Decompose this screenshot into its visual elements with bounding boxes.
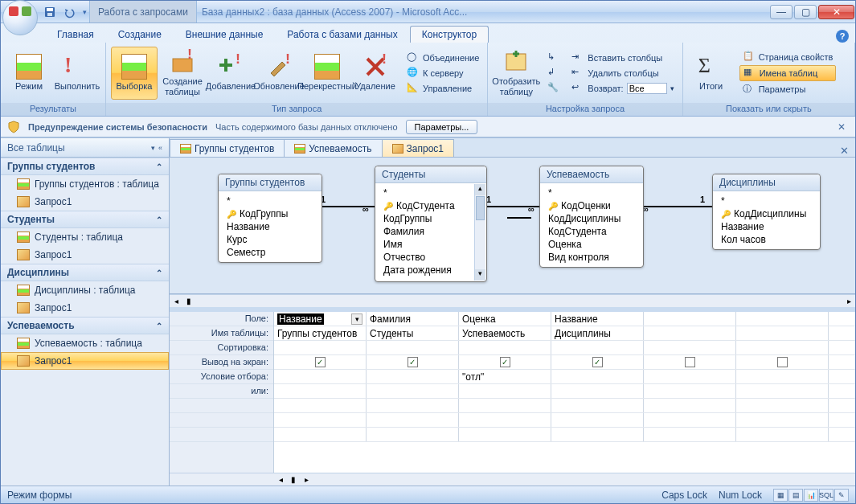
chevron-up-icon[interactable]: ⌃ [156, 322, 162, 330]
grid-cell[interactable] [551, 384, 644, 398]
table-field[interactable]: Имя [383, 238, 478, 251]
diagram-pane[interactable]: 1 ∞ 1 ∞ 1 ∞ Группы студентов*🔑КодГруппыН… [170, 158, 855, 294]
qat-save-button[interactable] [41, 3, 59, 21]
nav-item-table[interactable]: Студенты : таблица [1, 228, 169, 246]
tab-external[interactable]: Внешние данные [174, 26, 276, 43]
update-button[interactable]: ! Обновление [256, 47, 302, 100]
view-sql-button[interactable]: SQL [819, 489, 833, 502]
grid-cell[interactable] [367, 384, 459, 398]
table-field[interactable]: Название [721, 220, 812, 233]
grid-cell[interactable] [367, 399, 459, 412]
table-v-scrollbar[interactable]: ▴▾ [474, 184, 485, 281]
table-field[interactable]: Название [227, 220, 313, 233]
tab-groups[interactable]: Группы студентов [170, 139, 285, 157]
show-checkbox[interactable] [777, 357, 788, 367]
grid-cell[interactable]: Дисциплины [551, 326, 644, 340]
table-field[interactable]: * [548, 186, 635, 199]
grid-cell[interactable] [644, 341, 736, 354]
return-dropdown-icon[interactable]: ▾ [670, 84, 674, 92]
grid-cell[interactable] [736, 326, 829, 340]
grid-cell[interactable] [274, 428, 367, 441]
grid-cell[interactable] [644, 312, 736, 326]
table-field[interactable]: КодДисциплины [548, 212, 635, 225]
table-box-students[interactable]: Студенты*🔑КодСтудентаКодГруппыФамилияИмя… [375, 166, 487, 282]
grid-cell[interactable] [644, 413, 736, 427]
grid-cell[interactable] [367, 413, 459, 427]
grid-cell[interactable]: ✓ [459, 355, 551, 369]
parameters-button[interactable]: ⓘПараметры [739, 82, 837, 96]
nav-group-header[interactable]: Дисциплины⌃ [1, 264, 169, 281]
nav-group-header[interactable]: Успеваемость⌃ [1, 317, 169, 334]
deletecols-button[interactable]: ⇤Удалить столбцы [568, 66, 677, 80]
table-field[interactable]: * [721, 195, 812, 207]
table-field[interactable]: 🔑КодСтудента [383, 199, 478, 212]
office-button[interactable] [2, 0, 38, 35]
grid-cell[interactable] [644, 370, 736, 383]
table-field[interactable]: Фамилия [383, 225, 478, 238]
show-checkbox[interactable]: ✓ [315, 357, 326, 367]
view-button[interactable]: Режим [6, 47, 52, 100]
grid-cell[interactable] [274, 370, 367, 383]
help-icon[interactable]: ? [836, 30, 849, 43]
nav-item-table[interactable]: Группы студентов : таблица [1, 175, 169, 193]
table-box-title[interactable]: Студенты [375, 166, 486, 183]
grid-cell[interactable] [459, 341, 551, 354]
grid-cell[interactable] [644, 399, 736, 412]
grid-cell[interactable] [736, 341, 829, 354]
table-box-progress[interactable]: Успеваемость*🔑КодОценкиКодДисциплиныКодС… [539, 166, 644, 268]
datadef-button[interactable]: 📐Управление [403, 81, 482, 96]
insertrows-button[interactable]: ↳ [544, 51, 563, 65]
chevron-up-icon[interactable]: ⌃ [156, 215, 162, 224]
table-field[interactable]: Отчество [383, 251, 478, 264]
minimize-button[interactable]: — [770, 5, 793, 19]
security-options-button[interactable]: Параметры... [406, 120, 478, 134]
nav-item-query[interactable]: Запрос1 [1, 299, 169, 317]
grid-cell[interactable] [644, 355, 736, 369]
grid-cell[interactable] [736, 384, 829, 398]
grid-cell[interactable] [736, 399, 829, 412]
table-field[interactable]: Семестр [227, 246, 313, 259]
chevron-up-icon[interactable]: ⌃ [156, 268, 162, 277]
scroll-thumb[interactable]: ▮ [182, 297, 195, 305]
grid-cell[interactable] [459, 428, 551, 441]
nav-group-header[interactable]: Группы студентов⌃ [1, 158, 169, 175]
tab-close-button[interactable]: ✕ [833, 145, 855, 157]
grid-cell[interactable] [367, 428, 459, 441]
builder-button[interactable]: 🔧 [544, 81, 563, 96]
grid-cell[interactable] [644, 428, 736, 441]
nav-item-table[interactable]: Успеваемость : таблица [1, 334, 169, 352]
deleterows-button[interactable]: ↲ [544, 66, 563, 80]
tab-dbtools[interactable]: Работа с базами данных [275, 26, 409, 43]
table-box-title[interactable]: Успеваемость [540, 166, 643, 183]
grid-cell[interactable] [551, 428, 644, 441]
nav-dropdown-icon[interactable]: ▾ [151, 144, 155, 152]
grid-cell[interactable] [644, 326, 736, 340]
grid-cell[interactable] [459, 399, 551, 412]
scroll-right-icon[interactable]: ▸ [300, 475, 313, 484]
grid-cell[interactable]: Успеваемость [459, 326, 551, 340]
table-box-title[interactable]: Дисциплины [713, 174, 820, 191]
showtable-button[interactable]: Отобразить таблицу [493, 47, 539, 100]
show-checkbox[interactable]: ✓ [408, 357, 418, 367]
grid-cell[interactable] [274, 384, 367, 398]
chevron-up-icon[interactable]: ⌃ [156, 162, 162, 171]
scroll-left-icon[interactable]: ◂ [274, 475, 287, 484]
passthrough-button[interactable]: 🌐К серверу [403, 66, 482, 80]
table-field[interactable]: КодСтудента [548, 225, 635, 238]
show-checkbox[interactable]: ✓ [500, 357, 510, 367]
delete-query-button[interactable]: ! Удаление [352, 47, 399, 100]
grid-cell[interactable] [274, 413, 367, 427]
union-button[interactable]: ◯Объединение [403, 51, 482, 65]
scroll-left-icon[interactable]: ◂ [170, 297, 182, 305]
table-field[interactable]: 🔑КодГруппы [227, 207, 313, 220]
table-field[interactable]: 🔑КодДисциплины [721, 207, 812, 220]
insertcols-button[interactable]: ⇥Вставить столбцы [568, 51, 677, 65]
tablenames-button[interactable]: ▦Имена таблиц [739, 65, 837, 81]
grid-cell[interactable]: Оценка [459, 312, 551, 326]
table-field[interactable]: Оценка [548, 238, 635, 251]
close-button[interactable]: ✕ [818, 5, 854, 19]
table-box-groups[interactable]: Группы студентов*🔑КодГруппыНазваниеКурсС… [218, 174, 322, 263]
table-box-disciplines[interactable]: Дисциплины*🔑КодДисциплиныНазваниеКол час… [712, 174, 821, 250]
table-field[interactable]: КодГруппы [383, 212, 478, 225]
grid-cell[interactable] [736, 355, 829, 369]
